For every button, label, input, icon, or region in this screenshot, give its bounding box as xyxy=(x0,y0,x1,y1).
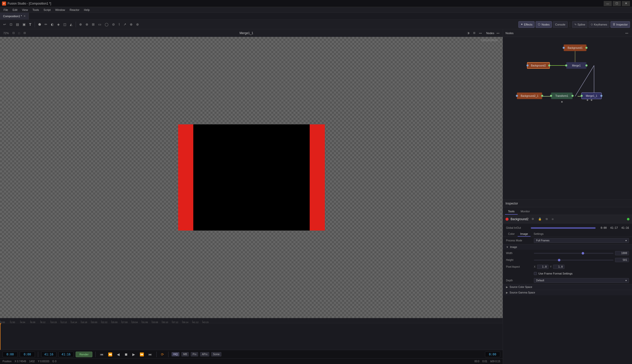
node-background2-output[interactable] xyxy=(548,64,550,66)
node-background1[interactable]: Background1 xyxy=(564,44,586,51)
source-gamma-accordion[interactable]: ▶ Source Gamma Space xyxy=(503,290,632,295)
node-merge1-input[interactable] xyxy=(565,64,567,66)
node-merge1-output[interactable] xyxy=(585,64,587,66)
loop-btn[interactable]: ⟳ xyxy=(160,352,165,357)
image-accordion-header[interactable]: ▼ Image xyxy=(503,244,632,250)
inspector-tab-monitor[interactable]: Monitor xyxy=(518,209,533,215)
viewer-mode-btn1[interactable]: ⊡ xyxy=(11,31,16,35)
menu-view[interactable]: View xyxy=(20,8,30,12)
zoom-level[interactable]: 72% xyxy=(2,31,10,35)
viewer-more-btn[interactable]: ••• xyxy=(478,31,483,35)
split-btn[interactable]: ⊗ xyxy=(84,21,90,28)
merge-btn[interactable]: ⊕ xyxy=(78,21,83,28)
height-input[interactable] xyxy=(615,258,629,262)
pixel-aspect-x-input[interactable] xyxy=(537,265,549,269)
pick-btn[interactable]: ◈ xyxy=(56,21,61,28)
aprx-btn[interactable]: APrx xyxy=(200,352,209,356)
track-btn[interactable]: ⊕ xyxy=(129,21,134,28)
play-btn[interactable]: ▶ xyxy=(131,352,136,357)
node-merge1[interactable]: Merge1 xyxy=(566,62,586,69)
mask-btn[interactable]: ◐ xyxy=(50,21,55,28)
height-slider[interactable] xyxy=(534,260,614,261)
step-fwd-btn[interactable]: ⏩ xyxy=(138,352,145,357)
viewer-canvas[interactable]: 1920x1080xflo... xyxy=(0,37,503,318)
node-background1-input[interactable] xyxy=(563,47,565,49)
subtab-settings[interactable]: Settings xyxy=(531,232,546,237)
fit-btn[interactable]: ⊡ xyxy=(8,21,14,28)
rect-btn[interactable]: ▭ xyxy=(97,21,102,28)
eraser-btn[interactable]: ◫ xyxy=(62,21,68,28)
nodes-button[interactable]: ⬡ Nodes xyxy=(536,21,552,28)
viewer-grid-btn[interactable]: ⊞ xyxy=(472,31,477,35)
minimize-button[interactable]: — xyxy=(604,1,612,6)
node-merge1-1[interactable]: Merge1_1 xyxy=(581,93,602,99)
hand-btn[interactable]: ⊘ xyxy=(111,21,116,28)
mb-btn[interactable]: MB xyxy=(181,352,189,356)
timeline-ruler[interactable]: 0:001:504:046:088:1210:1512:1214:1416:18… xyxy=(0,318,503,323)
inspector-paste-icon[interactable]: ⧇ xyxy=(551,217,555,221)
close-button[interactable]: ✕ xyxy=(622,1,630,6)
menu-tools[interactable]: Tools xyxy=(30,8,41,12)
stop-btn[interactable]: ⏹ xyxy=(123,352,129,357)
source-color-accordion[interactable]: ▶ Source Color Space xyxy=(503,284,632,290)
nodes-more-icon[interactable]: ••• xyxy=(624,31,629,35)
poly-btn[interactable]: ⬟ xyxy=(37,21,42,28)
node-transform1-input[interactable] xyxy=(550,95,552,97)
jump-end-btn[interactable]: ⏭ xyxy=(147,352,153,357)
subtab-color[interactable]: Color xyxy=(505,232,517,237)
node-background2-1-input[interactable] xyxy=(516,95,518,97)
menu-script[interactable]: Script xyxy=(41,8,53,12)
node-background1-output[interactable] xyxy=(585,47,587,49)
width-slider[interactable] xyxy=(534,253,614,254)
maximize-button[interactable]: ☐ xyxy=(613,1,621,6)
extra-btn[interactable]: ⊛ xyxy=(135,21,140,28)
menu-window[interactable]: Window xyxy=(53,8,67,12)
timeline-content[interactable] xyxy=(0,323,503,350)
width-slider-thumb[interactable] xyxy=(582,252,584,255)
step-back-btn[interactable]: ⏪ xyxy=(107,352,114,357)
circle-btn[interactable]: ◯ xyxy=(103,21,110,28)
render-button[interactable]: Render xyxy=(76,352,92,357)
subtab-image[interactable]: Image xyxy=(518,232,531,237)
process-mode-select[interactable]: Full Frames ▾ xyxy=(534,238,629,243)
node-background2-input[interactable] xyxy=(526,64,529,66)
depth-select[interactable]: Default ▾ xyxy=(534,278,629,283)
tab-composition1[interactable]: Composition1 * ✕ xyxy=(0,13,29,20)
menu-edit[interactable]: Edit xyxy=(11,8,19,12)
warp-btn[interactable]: ↗ xyxy=(122,21,128,28)
pixel-aspect-y-input[interactable] xyxy=(553,265,564,269)
tab-close-icon[interactable]: ✕ xyxy=(24,15,26,17)
node-background2-1-output[interactable] xyxy=(541,95,543,97)
viewer-color-btn[interactable]: ◑ xyxy=(466,31,471,35)
node-transform1[interactable]: Transform1 xyxy=(551,93,573,99)
menu-file[interactable]: File xyxy=(2,8,10,12)
nodes-canvas[interactable]: Background1 Background2 Merge1 xyxy=(503,37,632,199)
prx-btn[interactable]: Prx xyxy=(191,352,198,356)
width-input[interactable] xyxy=(615,251,629,255)
nodes-more-btn[interactable]: ••• xyxy=(495,31,501,35)
height-slider-thumb[interactable] xyxy=(558,259,560,261)
hiq-btn[interactable]: HiQ xyxy=(172,352,179,356)
grid-btn[interactable]: ▤ xyxy=(15,21,20,28)
viewer-mode-btn3[interactable]: ⊟ xyxy=(22,31,27,35)
effects-button[interactable]: ✦ Effects xyxy=(518,21,535,28)
play-reverse-btn[interactable]: ◀ xyxy=(116,352,121,357)
title-bar-controls[interactable]: — ☐ ✕ xyxy=(604,1,630,6)
keyframes-button[interactable]: ◇ Keyframes xyxy=(588,21,609,28)
menu-help[interactable]: Help xyxy=(82,8,92,12)
node-transform1-output[interactable] xyxy=(572,95,574,97)
jump-start-btn[interactable]: ⏮ xyxy=(99,352,105,357)
grad-btn[interactable]: ◭ xyxy=(69,21,74,28)
curve-btn[interactable]: ⌇ xyxy=(117,21,121,28)
corner-btn[interactable]: ⊞ xyxy=(91,21,96,28)
paint-btn[interactable]: ✏ xyxy=(43,21,49,28)
viewer-mode-btn2[interactable]: □ xyxy=(17,31,21,35)
view3-btn[interactable]: ▣ xyxy=(21,21,27,28)
text-tool-btn[interactable]: T xyxy=(28,21,33,28)
node-merge1-1-output[interactable] xyxy=(600,95,602,97)
node-merge1-1-input[interactable] xyxy=(581,95,583,97)
spline-button[interactable]: ∿ Spline xyxy=(572,21,588,28)
node-background2[interactable]: Background2 xyxy=(527,62,550,69)
console-button[interactable]: Console xyxy=(553,21,567,28)
undo-btn[interactable]: ↩ xyxy=(2,21,7,28)
